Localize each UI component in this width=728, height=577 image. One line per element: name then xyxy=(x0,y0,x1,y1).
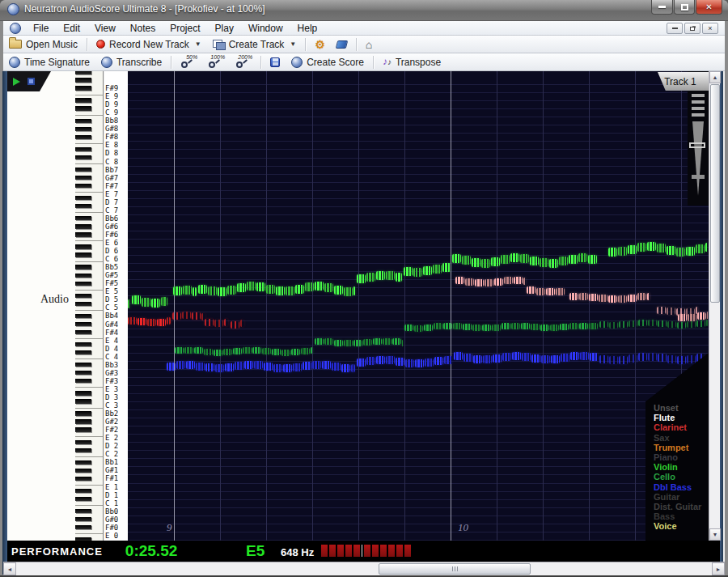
pitch-grid[interactable]: 91011Track 1UnsetFluteClarinetSaxTrumpet… xyxy=(128,71,709,541)
piano-key-black[interactable] xyxy=(75,509,91,513)
legend-item-trumpet[interactable]: Trumpet xyxy=(654,443,688,452)
piano-key-black[interactable] xyxy=(75,517,91,521)
piano-key-black[interactable] xyxy=(75,86,91,90)
legend-item-clarinet[interactable]: Clarinet xyxy=(654,422,687,432)
piano-key-black[interactable] xyxy=(75,196,91,200)
legend-item-bass[interactable]: Bass xyxy=(654,511,675,521)
piano-key-black[interactable] xyxy=(75,204,91,208)
piano-key-black[interactable] xyxy=(75,477,91,481)
maximize-button[interactable] xyxy=(674,0,695,15)
legend-item-voice[interactable]: Voice xyxy=(654,521,677,531)
piano-key-black[interactable] xyxy=(75,127,91,131)
piano-key-black[interactable] xyxy=(75,216,91,220)
toolbar-transcribe-button[interactable]: Transcribe xyxy=(95,54,167,70)
piano-key-black[interactable] xyxy=(75,98,91,102)
minimize-button[interactable] xyxy=(651,0,673,15)
legend-item-flute[interactable]: Flute xyxy=(654,413,675,422)
chevron-down-icon[interactable]: ▼ xyxy=(290,40,296,48)
menu-item-file[interactable]: File xyxy=(26,22,56,35)
legend-item-cello[interactable]: Cello xyxy=(654,472,675,482)
title-bar[interactable]: Neuratron AudioScore Ultimate 8 - [Proko… xyxy=(0,0,728,21)
toolbar-book-button[interactable] xyxy=(331,36,353,53)
piano-key-black[interactable] xyxy=(75,302,91,306)
mdi-restore-button[interactable] xyxy=(684,23,700,34)
close-button[interactable]: ✕ xyxy=(696,0,722,15)
track-tab[interactable]: Track 1 xyxy=(652,72,709,91)
piano-key-black[interactable] xyxy=(75,363,91,367)
piano-key-black[interactable] xyxy=(75,525,91,529)
legend-item-dist-guitar[interactable]: Dist. Guitar xyxy=(654,502,701,511)
piano-key-black[interactable] xyxy=(75,489,91,493)
piano-key-black[interactable] xyxy=(75,322,91,326)
play-button[interactable] xyxy=(13,78,20,86)
toolbar-zoom-button[interactable]: 100% xyxy=(202,54,230,70)
menu-item-project[interactable]: Project xyxy=(163,22,207,35)
piano-key-black[interactable] xyxy=(75,460,91,465)
piano-key-black[interactable] xyxy=(75,71,91,74)
scroll-up-arrow[interactable]: ▲ xyxy=(709,71,721,83)
menu-item-play[interactable]: Play xyxy=(208,22,241,35)
scroll-left-arrow[interactable]: ◄ xyxy=(3,562,16,575)
legend-item-sax[interactable]: Sax xyxy=(654,433,670,443)
piano-key-black[interactable] xyxy=(75,106,91,110)
piano-key-black[interactable] xyxy=(75,448,91,452)
stop-button[interactable] xyxy=(28,78,35,85)
piano-key-black[interactable] xyxy=(75,232,91,236)
toolbar-time-signature-button[interactable]: Time Signature xyxy=(3,54,95,70)
fader-handle[interactable] xyxy=(689,142,705,148)
toolbar-open-music-button[interactable]: Open Music xyxy=(3,36,83,53)
piano-key-black[interactable] xyxy=(75,350,91,354)
toolbar-zoom-button[interactable]: 50% xyxy=(175,54,202,70)
piano-key-black[interactable] xyxy=(75,274,91,278)
piano-key-black[interactable] xyxy=(75,135,91,139)
chevron-down-icon[interactable]: ▼ xyxy=(195,40,201,48)
piano-key-black[interactable] xyxy=(75,78,91,82)
piano-key-black[interactable] xyxy=(75,427,91,431)
piano-key-black[interactable] xyxy=(75,176,91,180)
toolbar-home-button[interactable]: ⌂ xyxy=(360,36,378,53)
document-icon[interactable] xyxy=(10,23,21,34)
toolbar-gear-button[interactable]: ⚙ xyxy=(309,36,331,53)
piano-key-black[interactable] xyxy=(75,399,91,403)
scroll-right-arrow[interactable]: ► xyxy=(712,562,725,575)
toolbar-create-score-button[interactable]: Create Score xyxy=(286,54,370,70)
piano-key-black[interactable] xyxy=(75,168,91,172)
menu-item-window[interactable]: Window xyxy=(241,22,290,35)
piano-key-black[interactable] xyxy=(75,294,91,298)
piano-key-black[interactable] xyxy=(75,252,91,257)
piano-key-black[interactable] xyxy=(75,265,91,269)
piano-key-black[interactable] xyxy=(75,282,91,286)
piano-key-black[interactable] xyxy=(75,184,91,188)
piano-key-black[interactable] xyxy=(75,244,91,248)
piano-key-black[interactable] xyxy=(75,379,91,383)
legend-item-unset[interactable]: Unset xyxy=(654,403,679,413)
mdi-close-button[interactable]: × xyxy=(702,23,718,34)
vertical-scrollbar[interactable]: ▲ ▼ xyxy=(709,71,720,541)
scroll-down-arrow[interactable]: ▼ xyxy=(709,528,721,541)
piano-key-black[interactable] xyxy=(75,469,91,473)
piano-key-black[interactable] xyxy=(75,391,91,395)
legend-item-guitar[interactable]: Guitar xyxy=(654,492,679,502)
piano-key-black[interactable] xyxy=(75,155,91,159)
toolbar-record-new-track-button[interactable]: Record New Track▼ xyxy=(91,36,207,53)
toolbar-save-button[interactable] xyxy=(265,54,286,70)
piano-key-black[interactable] xyxy=(75,419,91,423)
vertical-scroll-thumb[interactable] xyxy=(710,84,720,303)
mdi-minimize-button[interactable] xyxy=(667,23,683,34)
piano-key-black[interactable] xyxy=(75,147,91,151)
toolbar-zoom-button[interactable]: 200% xyxy=(230,54,257,70)
menu-item-help[interactable]: Help xyxy=(290,22,325,35)
piano-key-black[interactable] xyxy=(75,224,91,228)
piano-key-black[interactable] xyxy=(75,497,91,501)
menu-item-notes[interactable]: Notes xyxy=(123,22,163,35)
legend-item-violin[interactable]: Violin xyxy=(654,462,678,472)
toolbar-create-track-button[interactable]: Create Track▼ xyxy=(207,36,303,53)
piano-key-black[interactable] xyxy=(75,314,91,318)
piano-key-black[interactable] xyxy=(75,330,91,334)
piano-key-black[interactable] xyxy=(75,440,91,444)
menu-item-edit[interactable]: Edit xyxy=(56,22,87,35)
piano-key-black[interactable] xyxy=(75,411,91,415)
legend-item-dbl-bass[interactable]: Dbl Bass xyxy=(654,482,692,492)
piano-key-black[interactable] xyxy=(75,371,91,375)
piano-key-black[interactable] xyxy=(75,119,91,123)
